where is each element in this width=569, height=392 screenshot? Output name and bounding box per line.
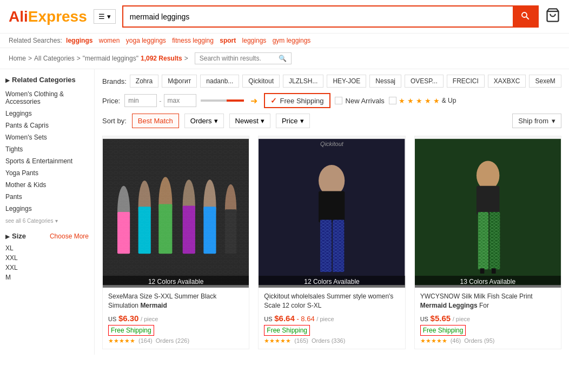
product-title-2: Qickitout wholelsales Summer style women… <box>264 292 399 310</box>
product-image-3: 13 Colors Available <box>415 136 561 288</box>
price-slider[interactable] <box>201 99 244 102</box>
svg-rect-33 <box>489 212 500 269</box>
sidebar-item-tights[interactable]: Tights <box>5 143 89 155</box>
search-link-leggings2[interactable]: leggings <box>242 37 267 44</box>
breadcrumb-all-categories[interactable]: All Categories <box>34 55 75 62</box>
free-shipping-tag-1: Free Shipping <box>108 325 154 336</box>
brand-nessaj[interactable]: Nessaj <box>369 75 401 88</box>
size-m[interactable]: M <box>5 273 89 282</box>
stars-filter[interactable]: ★ ★ ★ ★ ★ & Up <box>389 97 456 105</box>
sidebar-item-pants-capris[interactable]: Pants & Capris <box>5 119 89 131</box>
related-searches: Related Searches: leggings women yoga le… <box>0 34 569 48</box>
star-4: ★ <box>425 97 431 105</box>
colors-available-2: 12 Colors Available <box>259 276 405 288</box>
search-link-fitness[interactable]: fitness legging <box>172 37 214 44</box>
sidebar-item-pants[interactable]: Pants <box>5 191 89 203</box>
choose-more-button[interactable]: Choose More <box>50 232 89 240</box>
see-all-categories[interactable]: see all 6 Categories ▾ <box>5 217 89 224</box>
orders-count-3: Orders (95) <box>464 337 494 344</box>
brand-nadanb[interactable]: nadanb... <box>200 75 239 88</box>
free-shipping-filter-label: Free Shipping <box>280 97 324 105</box>
sort-newest[interactable]: Newest ▾ <box>229 114 270 128</box>
sidebar-item-sports[interactable]: Sports & Entertainment <box>5 155 89 167</box>
colors-available-3: 13 Colors Available <box>415 276 561 288</box>
new-arrivals-label: New Arrivals <box>346 97 385 105</box>
breadcrumb-home[interactable]: Home <box>9 55 26 62</box>
rating-count-2: (165) <box>294 337 308 344</box>
breadcrumb-sep1: > <box>28 55 32 62</box>
star-3: ★ <box>416 97 422 105</box>
related-searches-label: Related Searches: <box>9 37 62 44</box>
chevron-down-icon: ▾ <box>55 218 58 224</box>
sidebar-item-leggings[interactable]: Leggings <box>5 108 89 119</box>
sidebar-item-yoga-pants[interactable]: Yoga Pants <box>5 167 89 179</box>
brand-frecici[interactable]: FRECICI <box>447 75 485 88</box>
brand-zohra[interactable]: Zohra <box>130 75 158 88</box>
main-layout: Related Categories Women's Clothing & Ac… <box>0 69 569 355</box>
sort-orders[interactable]: Orders ▾ <box>184 114 224 128</box>
brands-row: Brands: Zohra Мфогит nadanb... Qickitout… <box>102 75 561 88</box>
brand-qickitout[interactable]: Qickitout <box>242 75 280 88</box>
svg-rect-16 <box>103 139 249 285</box>
product-grid: 12 Colors Available SexeMara Size S-XXL … <box>102 136 561 349</box>
svg-line-1 <box>526 17 529 19</box>
search-icon <box>520 11 530 21</box>
product-rating-2: ★★★★★ (165) Orders (336) <box>264 337 399 344</box>
search-within-icon[interactable]: 🔍 <box>279 55 287 62</box>
search-link-gym[interactable]: gym leggings <box>273 37 311 44</box>
sidebar-item-leggings2[interactable]: Leggings <box>5 203 89 215</box>
sidebar-item-mother-kids[interactable]: Mother & Kids <box>5 179 89 191</box>
new-arrivals-filter: New Arrivals <box>335 97 385 105</box>
colors-available-1: 12 Colors Available <box>103 276 249 288</box>
stars-checkbox[interactable] <box>389 97 396 104</box>
product-card-3[interactable]: 13 Colors Available YWCYSNOW Silk Milk F… <box>414 136 561 349</box>
product-title-1: SexeMara Size S-XXL Summer Black Simulat… <box>108 292 243 310</box>
svg-rect-28 <box>477 186 499 215</box>
product-card-2[interactable]: Qickitout 12 Colors Available Qickitout … <box>258 136 405 349</box>
sidebar-item-womens-sets[interactable]: Women's Sets <box>5 131 89 143</box>
search-button[interactable] <box>513 6 538 26</box>
header: AliExpress ☰ ▾ <box>0 0 569 34</box>
cart-button[interactable] <box>545 8 560 26</box>
breadcrumb-query: "mermaid leggings" <box>83 55 138 62</box>
product-rating-3: ★★★★★ (46) Orders (95) <box>420 337 555 344</box>
free-shipping-filter[interactable]: ✓ Free Shipping <box>264 93 330 108</box>
product-image-svg-3 <box>415 136 561 288</box>
new-arrivals-checkbox[interactable] <box>335 97 342 104</box>
brand-ovesp[interactable]: OVESP... <box>405 75 444 88</box>
arrow-icon: ➜ <box>250 96 257 106</box>
price-min-input[interactable] <box>124 94 157 107</box>
size-xxl2[interactable]: XXL <box>5 263 89 273</box>
brands-label: Brands: <box>102 77 127 85</box>
brand-watermark-2: Qickitout <box>320 141 343 147</box>
size-section: Size Choose More XL XXL XXL M <box>5 232 89 282</box>
star-1: ★ <box>399 97 405 105</box>
sort-price[interactable]: Price ▾ <box>276 114 310 128</box>
search-link-women[interactable]: women <box>99 37 120 44</box>
search-link-yoga[interactable]: yoga leggings <box>126 37 166 44</box>
product-info-3: YWCYSNOW Silk Milk Fish Scale Print Merm… <box>415 288 561 349</box>
size-items: XL XXL XXL M <box>5 243 89 282</box>
search-link-leggings[interactable]: leggings <box>66 37 92 44</box>
search-within-input[interactable] <box>200 55 275 62</box>
brand-xaxbxc[interactable]: XAXBXC <box>488 75 526 88</box>
brand-mforit[interactable]: Мфогит <box>162 75 197 88</box>
sort-best-match[interactable]: Best Match <box>132 114 179 128</box>
ship-from-select[interactable]: Ship from ▾ <box>512 114 561 128</box>
and-up-label: & Up <box>442 97 456 104</box>
brand-jlzlsh[interactable]: JLZLSH... <box>283 75 323 88</box>
brand-hey-joe[interactable]: HEY-JOE <box>327 75 366 88</box>
size-xxl[interactable]: XXL <box>5 253 89 263</box>
search-within-box: 🔍 <box>195 52 292 64</box>
search-link-sport[interactable]: sport <box>220 37 236 44</box>
product-card-1[interactable]: 12 Colors Available SexeMara Size S-XXL … <box>102 136 249 349</box>
menu-button[interactable]: ☰ ▾ <box>94 9 116 24</box>
size-xl[interactable]: XL <box>5 243 89 253</box>
brand-sexem[interactable]: SexeM <box>529 75 561 88</box>
sidebar-item-womens-clothing[interactable]: Women's Clothing & Accessories <box>5 88 89 108</box>
price-max-input[interactable] <box>164 94 196 107</box>
chevron-down-icon: ▾ <box>107 12 111 21</box>
search-input[interactable] <box>123 6 513 26</box>
sidebar: Related Categories Women's Clothing & Ac… <box>0 69 95 355</box>
svg-rect-24 <box>320 220 332 272</box>
